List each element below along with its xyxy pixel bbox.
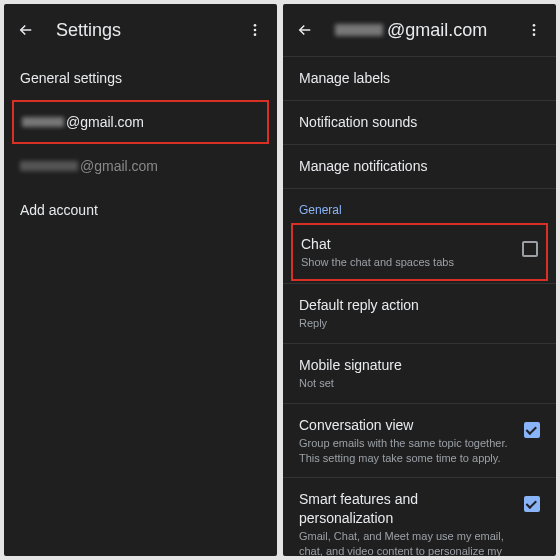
account-suffix: @gmail.com <box>66 114 144 130</box>
general-settings-item[interactable]: General settings <box>4 56 277 100</box>
section-general: General <box>283 188 556 223</box>
manage-notifications-row[interactable]: Manage notifications <box>283 144 556 188</box>
appbar: Settings <box>4 4 277 56</box>
screen-account-settings: @gmail.com Manage labels Notification so… <box>283 4 556 556</box>
redacted-account-prefix <box>20 161 78 171</box>
account-item-2[interactable]: @gmail.com <box>4 144 277 188</box>
smart-features-checkbox[interactable] <box>524 496 540 512</box>
default-reply-row[interactable]: Default reply action Reply <box>283 283 556 343</box>
notification-sounds-row[interactable]: Notification sounds <box>283 100 556 144</box>
conversation-view-row[interactable]: Conversation view Group emails with the … <box>283 403 556 478</box>
manage-labels-row[interactable]: Manage labels <box>283 56 556 100</box>
svg-point-1 <box>254 29 257 32</box>
row-subtitle: Group emails with the same topic togethe… <box>299 436 510 466</box>
row-title: Conversation view <box>299 416 510 435</box>
row-title: Smart features and personalization <box>299 490 510 528</box>
row-subtitle: Show the chat and spaces tabs <box>301 255 508 270</box>
svg-point-4 <box>533 29 536 32</box>
back-icon[interactable] <box>16 20 36 40</box>
account-suffix: @gmail.com <box>80 158 158 174</box>
svg-point-2 <box>254 33 257 36</box>
chat-checkbox[interactable] <box>522 241 538 257</box>
page-title: @gmail.com <box>335 20 524 41</box>
redacted-account-prefix <box>22 117 64 127</box>
conversation-checkbox[interactable] <box>524 422 540 438</box>
svg-point-3 <box>533 24 536 27</box>
row-subtitle: Reply <box>299 316 540 331</box>
smart-features-row[interactable]: Smart features and personalization Gmail… <box>283 477 556 556</box>
highlighted-chat-row: Chat Show the chat and spaces tabs <box>291 223 548 282</box>
account-suffix: @gmail.com <box>387 20 487 41</box>
account-settings-list: Manage labels Notification sounds Manage… <box>283 56 556 556</box>
chat-row[interactable]: Chat Show the chat and spaces tabs <box>293 225 546 280</box>
row-title: Default reply action <box>299 296 540 315</box>
highlighted-account-item[interactable]: @gmail.com <box>12 100 269 144</box>
back-icon[interactable] <box>295 20 315 40</box>
row-title: Manage notifications <box>299 157 540 176</box>
appbar: @gmail.com <box>283 4 556 56</box>
more-icon[interactable] <box>524 20 544 40</box>
row-subtitle: Gmail, Chat, and Meet may use my email, … <box>299 529 510 556</box>
mobile-signature-row[interactable]: Mobile signature Not set <box>283 343 556 403</box>
row-title: Manage labels <box>299 69 540 88</box>
svg-point-0 <box>254 24 257 27</box>
more-icon[interactable] <box>245 20 265 40</box>
screen-settings-list: Settings General settings @gmail.com @gm… <box>4 4 277 556</box>
item-label: General settings <box>20 70 122 86</box>
row-title: Chat <box>301 235 508 254</box>
row-title: Mobile signature <box>299 356 540 375</box>
settings-list: General settings @gmail.com @gmail.com A… <box>4 56 277 556</box>
add-account-item[interactable]: Add account <box>4 188 277 232</box>
item-label: Add account <box>20 202 98 218</box>
row-subtitle: Not set <box>299 376 540 391</box>
redacted-account-prefix <box>335 24 383 36</box>
svg-point-5 <box>533 33 536 36</box>
page-title: Settings <box>56 20 245 41</box>
row-title: Notification sounds <box>299 113 540 132</box>
